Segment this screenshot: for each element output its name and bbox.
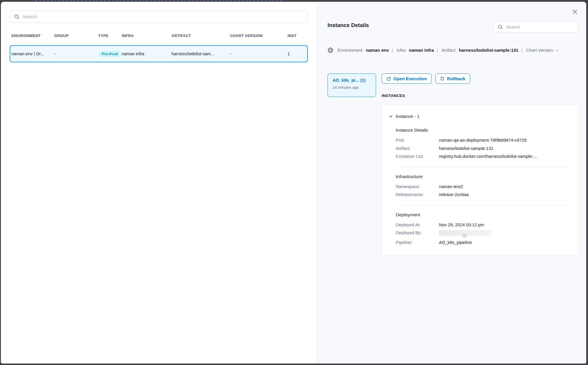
instances-search-input[interactable]	[506, 24, 574, 29]
instance-details-modal: ENVIRONMENT GROUP TYPE INFRA ARTIFACT CH…	[1, 2, 586, 364]
execution-card[interactable]: AO_k8s_pi... (1) 14 minutes ago	[328, 73, 376, 97]
redacted-value	[439, 230, 491, 236]
detail-row-namespace: Namespace: naman-test2	[396, 183, 572, 191]
instances-heading: INSTANCES	[382, 93, 405, 98]
divider	[396, 167, 572, 168]
external-link-icon	[386, 76, 391, 81]
detail-row-deployed-by: Deployed By:	[396, 229, 572, 239]
detail-row-deployed-at: Deployed At: Nov 29, 2024 03:12 pm	[396, 221, 572, 229]
execution-card-time: 14 minutes ago	[333, 85, 373, 90]
col-type: TYPE	[98, 34, 122, 38]
detail-row-container-list: Container List: registry.hub.docker.com/…	[396, 153, 572, 161]
instance-details-panel: ✕ Instance Details Environment: naman en…	[317, 2, 586, 364]
table-search[interactable]	[10, 11, 308, 23]
detail-row-releasename: Releasename: release-2cc6aa	[396, 191, 572, 199]
summary-chart-version: Chart Version: -	[526, 46, 558, 54]
col-inst: INST	[288, 34, 308, 38]
detail-row-pipeline: Pipeline: AO_k8s_pipeline	[396, 239, 572, 247]
instance-collapse-header[interactable]: Instance - 1	[389, 113, 572, 120]
environments-table-panel: ENVIRONMENT GROUP TYPE INFRA ARTIFACT CH…	[1, 2, 317, 364]
divider	[396, 205, 572, 206]
cell-inst: 1	[288, 51, 307, 56]
pre-prod-badge: Pre-Prod	[98, 51, 121, 57]
open-execution-button[interactable]: Open Execution	[382, 73, 432, 84]
instance-sections: Instance Details Pod: naman-qa-ao-deploy…	[396, 128, 572, 247]
section-title-instance-details: Instance Details	[396, 128, 572, 133]
search-icon	[498, 24, 503, 29]
summary-infra: Infra: naman infra |	[397, 46, 438, 54]
cell-group: -	[54, 51, 98, 56]
header-divider	[10, 43, 308, 44]
table-search-input[interactable]	[23, 14, 303, 19]
search-icon	[14, 14, 19, 19]
deployment-summary: Environment: naman env | Infra: naman in…	[328, 46, 558, 54]
instances-search[interactable]	[493, 21, 579, 33]
detail-row-pod: Pod: naman-qa-ao-deployment-78f9b89874-c…	[396, 136, 572, 145]
cell-chart-version: -	[230, 51, 288, 56]
close-icon[interactable]: ✕	[571, 8, 579, 16]
chevron-down-icon	[389, 114, 393, 118]
col-infra: INFRA	[122, 34, 171, 38]
summary-artifact: Artifact: harness/todolist-sample:131 |	[442, 46, 522, 54]
col-artifact: ARTIFACT	[171, 34, 230, 38]
rollback-icon	[440, 76, 445, 81]
col-group: GROUP	[54, 34, 98, 38]
table-header: ENVIRONMENT GROUP TYPE INFRA ARTIFACT CH…	[10, 33, 308, 38]
section-title-infrastructure: Infrastructure	[396, 174, 572, 179]
summary-environment: Environment: naman env |	[328, 46, 393, 54]
instance-title: Instance - 1	[396, 114, 420, 119]
table-row[interactable]: naman env | Or... - Pre-Prod naman infra…	[10, 45, 308, 62]
divider	[382, 89, 579, 89]
cell-artifact: harness/todolist-sam...	[171, 51, 230, 56]
divider	[328, 40, 579, 41]
page-title: Instance Details	[328, 22, 369, 29]
section-title-deployment: Deployment	[396, 212, 572, 217]
action-buttons: Open Execution Rollback	[382, 73, 470, 84]
instances-card: Instance - 1 Instance Details Pod: naman…	[382, 104, 579, 256]
rollback-button[interactable]: Rollback	[435, 73, 470, 84]
detail-row-artifact: Artifact: harness/todolist-sample:131	[396, 145, 572, 153]
cell-infra: naman infra	[122, 51, 171, 56]
col-chart-version: CHART VERSION	[230, 34, 288, 38]
cell-type: Pre-Prod	[98, 51, 122, 57]
execution-card-title: AO_k8s_pi... (1)	[333, 78, 373, 83]
environment-icon	[328, 47, 333, 53]
col-environment: ENVIRONMENT	[11, 34, 54, 38]
cell-environment: naman env | Or...	[11, 51, 54, 56]
